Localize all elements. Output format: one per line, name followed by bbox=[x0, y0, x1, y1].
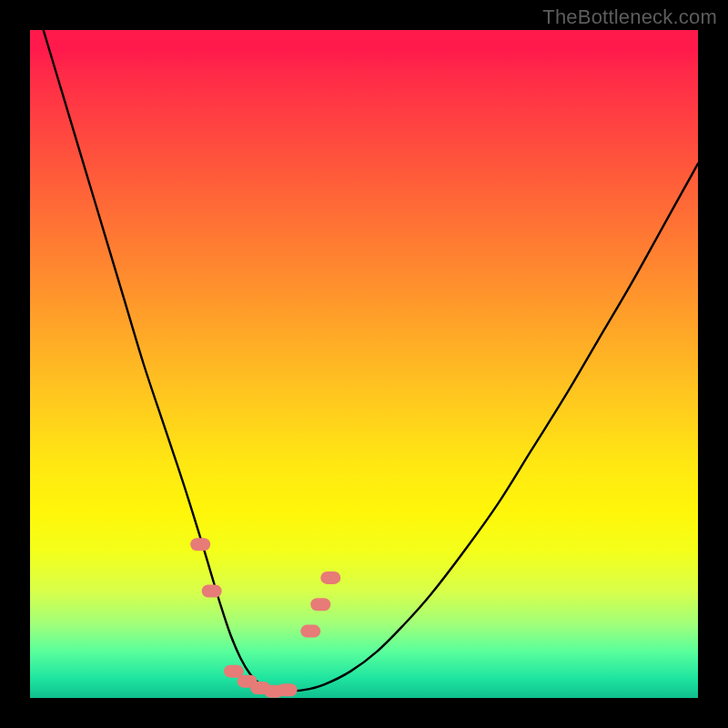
chart-frame: TheBottleneck.com bbox=[0, 0, 728, 728]
pt-left-low bbox=[202, 585, 222, 598]
data-points bbox=[30, 30, 698, 698]
pt-trough-5 bbox=[278, 683, 298, 696]
watermark-text: TheBottleneck.com bbox=[542, 5, 717, 29]
pt-left-high bbox=[190, 538, 210, 551]
plot-area bbox=[30, 30, 698, 698]
pt-right-low bbox=[300, 625, 320, 638]
pt-right-mid bbox=[310, 598, 330, 611]
pt-right-high bbox=[320, 571, 340, 584]
